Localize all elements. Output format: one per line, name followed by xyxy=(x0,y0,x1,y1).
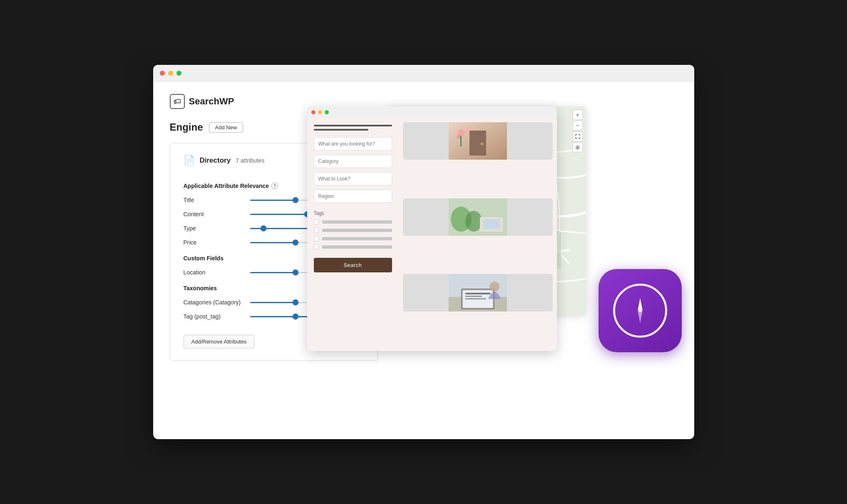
app-icon xyxy=(599,269,682,352)
slider-categories[interactable] xyxy=(250,298,364,306)
svg-rect-44 xyxy=(463,291,492,307)
attribute-row-content: Content xyxy=(184,210,364,218)
attribute-name-type: Type xyxy=(184,225,250,232)
svg-rect-45 xyxy=(465,293,490,294)
attribute-row-price: Price xyxy=(184,238,364,247)
panel-card: 📄 Directory 7 attributes Applicable Attr… xyxy=(170,143,378,361)
attribute-name-content: Content xyxy=(184,211,250,217)
svg-rect-41 xyxy=(449,297,507,311)
svg-text:PIMLICO: PIMLICO xyxy=(399,293,411,296)
svg-point-32 xyxy=(457,135,461,139)
svg-text:MILLBANK: MILLBANK xyxy=(438,301,453,304)
attribute-row-title: Title xyxy=(184,196,364,204)
slider-type[interactable] xyxy=(250,224,364,232)
svg-text:CLERKENWELL: CLERKENWELL xyxy=(515,258,537,261)
svg-rect-43 xyxy=(462,290,493,308)
svg-point-35 xyxy=(451,207,472,232)
svg-text:Westminster: Westminster xyxy=(428,286,450,290)
photo-card-3 xyxy=(403,274,553,311)
custom-fields-label: Custom Fields xyxy=(184,255,364,262)
svg-text:ISLINGTON: ISLINGTON xyxy=(451,214,467,217)
svg-text:BALLS POND RD: BALLS POND RD xyxy=(397,205,423,209)
svg-point-24 xyxy=(472,240,479,247)
svg-rect-34 xyxy=(449,198,507,236)
svg-rect-42 xyxy=(461,289,494,309)
svg-rect-37 xyxy=(480,217,503,232)
svg-text:KING'S CROSS: KING'S CROSS xyxy=(467,231,488,234)
add-new-button[interactable]: Add New xyxy=(209,122,243,133)
svg-rect-46 xyxy=(465,296,482,297)
engine-title: Engine xyxy=(170,121,203,133)
attribute-name-tag: Tag (post_tag) xyxy=(184,313,250,320)
svg-text:London: London xyxy=(463,275,479,280)
attributes-count: 7 attributes xyxy=(236,157,264,164)
svg-text:BONE: BONE xyxy=(392,241,401,244)
inner-max-btn[interactable] xyxy=(325,110,329,114)
svg-text:CITY ROAD: CITY ROAD xyxy=(502,231,518,234)
logo-text: SearchWP xyxy=(189,96,234,107)
svg-text:CITY: CITY xyxy=(494,262,501,265)
slider-location[interactable] xyxy=(250,268,364,277)
add-remove-attributes-button[interactable]: Add/Remove Attributes xyxy=(184,335,255,348)
mac-window-controls xyxy=(160,71,181,76)
svg-rect-39 xyxy=(483,220,499,229)
slider-title[interactable] xyxy=(250,196,364,204)
relevance-section-label: Applicable Attribute Relevance ? xyxy=(184,183,364,189)
photo-card-2 xyxy=(403,198,553,236)
photos-grid xyxy=(399,118,557,351)
attribute-name-title: Title xyxy=(184,197,250,203)
svg-rect-40 xyxy=(449,274,507,311)
svg-text:HOLLOWAY: HOLLOWAY xyxy=(392,185,411,188)
logo-icon: 🏷 xyxy=(170,94,185,109)
svg-rect-2 xyxy=(528,231,561,269)
zoom-in-button[interactable]: + xyxy=(573,110,583,120)
attribute-row-type: Type xyxy=(184,224,364,232)
svg-text:COVENT GARDEN: COVENT GARDEN xyxy=(469,258,495,261)
logo-container: 🏷 SearchWP xyxy=(170,94,234,109)
slider-price[interactable] xyxy=(250,238,364,247)
map-panel: HOLLOWAY SHACKLE... BALLS POND RD Camden… xyxy=(386,106,586,314)
taxonomies-label: Taxonomies xyxy=(184,285,364,292)
panel-title: Directory xyxy=(200,156,231,165)
svg-text:SHOREDITCH: SHOREDITCH xyxy=(507,245,526,248)
svg-rect-38 xyxy=(482,218,501,230)
engine-header: Engine Add New xyxy=(170,121,678,133)
maximize-button[interactable] xyxy=(176,71,181,76)
svg-point-36 xyxy=(465,211,482,232)
main-content: 🏷 SearchWP Engine Add New 📄 Directory 7 … xyxy=(153,82,694,373)
location-button[interactable]: ⊕ xyxy=(573,142,583,152)
svg-point-48 xyxy=(489,282,499,292)
attribute-row-categories: Catagories (Catagory) xyxy=(184,298,364,306)
panel-header: 📄 Directory 7 attributes xyxy=(184,155,364,173)
svg-point-25 xyxy=(475,241,479,245)
attribute-name-price: Price xyxy=(184,239,250,246)
svg-text:FITZROVIA: FITZROVIA xyxy=(392,257,410,261)
svg-point-49 xyxy=(638,309,642,312)
svg-text:HAGGERSTON: HAGGERSTON xyxy=(494,200,515,203)
svg-rect-47 xyxy=(465,298,486,299)
mac-window: 🏷 SearchWP Engine Add New 📄 Directory 7 … xyxy=(153,65,694,439)
svg-rect-33 xyxy=(460,136,462,146)
close-button[interactable] xyxy=(160,71,165,76)
slider-tag[interactable] xyxy=(250,312,364,321)
attribute-row-tag: Tag (post_tag) xyxy=(184,312,364,321)
svg-rect-28 xyxy=(469,131,486,156)
mac-titlebar xyxy=(153,65,694,82)
inner-close-btn[interactable] xyxy=(311,110,315,114)
compass-circle xyxy=(613,284,667,338)
svg-text:ST. GILES: ST. GILES xyxy=(440,254,454,257)
inner-min-btn[interactable] xyxy=(318,110,322,114)
svg-text:BARNSBURY: BARNSBURY xyxy=(447,200,465,203)
header: 🏷 SearchWP xyxy=(170,94,678,109)
svg-text:CANTONBURY: CANTONBURY xyxy=(451,178,471,181)
minimize-button[interactable] xyxy=(168,71,173,76)
attribute-name-location: Location xyxy=(184,269,250,276)
map-background: HOLLOWAY SHACKLE... BALLS POND RD Camden… xyxy=(386,106,586,314)
help-icon[interactable]: ? xyxy=(271,183,278,189)
svg-rect-0 xyxy=(386,106,586,314)
svg-point-29 xyxy=(481,143,483,145)
attribute-row-location: Location xyxy=(184,268,364,277)
directory-icon: 📄 xyxy=(184,155,195,166)
svg-text:SHACKLE...: SHACKLE... xyxy=(532,185,548,188)
slider-content[interactable] xyxy=(250,210,364,218)
